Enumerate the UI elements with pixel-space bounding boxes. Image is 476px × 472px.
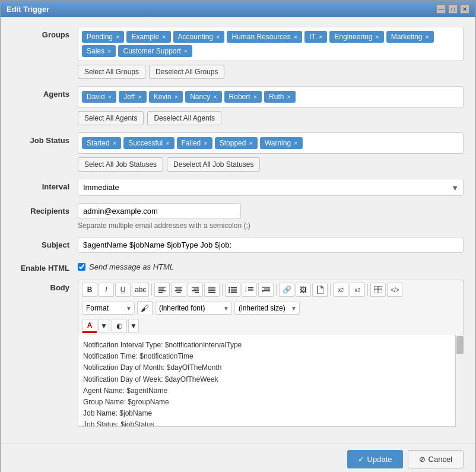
tag-robert[interactable]: Robert ×: [224, 91, 262, 103]
tag-warning[interactable]: Warning ×: [260, 137, 303, 149]
editor-area[interactable]: Notification Interval Type: $notificatio…: [78, 335, 464, 427]
tag-stopped[interactable]: Stopped ×: [215, 137, 258, 149]
tag-engineering[interactable]: Engineering ×: [329, 31, 384, 43]
toolbar-bullets-button[interactable]: [225, 283, 240, 297]
tag-failed[interactable]: Failed ×: [177, 137, 212, 149]
body-line-4: Notification Day of Week: $dayOfTheWeek: [83, 374, 458, 385]
toolbar-highlight-button[interactable]: ◐: [112, 319, 127, 333]
toolbar-numbering-button[interactable]: 1.2.: [242, 283, 257, 297]
toolbar-underline-button[interactable]: U: [115, 283, 131, 297]
tag-sales-remove[interactable]: ×: [107, 47, 111, 55]
tag-accounting-remove[interactable]: ×: [216, 33, 220, 40]
tag-warning-remove[interactable]: ×: [294, 140, 297, 147]
deselect-all-job-statuses-button[interactable]: Deselect All Job Statuses: [167, 157, 260, 172]
tag-accounting[interactable]: Accounting ×: [173, 31, 225, 43]
tag-ruth-remove[interactable]: ×: [287, 93, 290, 100]
cancel-button[interactable]: ⊘ Cancel: [408, 450, 464, 468]
interval-label: Interval: [12, 179, 78, 191]
editor-scrollbar[interactable]: [455, 335, 464, 427]
tag-david-remove[interactable]: ×: [108, 93, 112, 100]
title-bar: Edit Trigger — □ ✕: [1, 1, 475, 17]
toolbar-bold-button[interactable]: B: [82, 283, 97, 297]
toolbar-highlight-dropdown[interactable]: ▼: [128, 319, 139, 333]
recipients-input[interactable]: [78, 203, 241, 219]
tag-started[interactable]: Started ×: [82, 137, 121, 149]
tag-pending[interactable]: Pending ×: [82, 31, 124, 43]
tag-ruth[interactable]: Ruth ×: [264, 91, 296, 103]
toolbar-align-justify-button[interactable]: [204, 283, 220, 297]
enable-html-label: Enable HTML: [12, 260, 78, 273]
tag-human-resources-remove[interactable]: ×: [294, 33, 297, 40]
body-row: Body B I U abc: [12, 280, 464, 427]
toolbar-table-button[interactable]: [370, 283, 386, 297]
scrollbar-thumb[interactable]: [456, 336, 464, 354]
select-all-job-statuses-button[interactable]: Select All Job Statuses: [78, 157, 163, 172]
subject-input[interactable]: [78, 237, 464, 253]
toolbar-subscript-button[interactable]: x2: [333, 283, 348, 297]
toolbar-strikethrough-button[interactable]: abc: [132, 283, 149, 297]
tag-jeff[interactable]: Jeff ×: [119, 91, 147, 103]
tag-example-label: Example: [131, 33, 159, 41]
tag-david[interactable]: David ×: [82, 91, 116, 103]
size-select[interactable]: (inherited size) 8pt 10pt 12pt: [234, 302, 300, 315]
tag-kevin[interactable]: Kevin ×: [149, 91, 183, 103]
toolbar-indent-button[interactable]: [258, 283, 274, 297]
update-button[interactable]: ✓ Update: [347, 450, 403, 468]
select-all-agents-button[interactable]: Select All Agents: [78, 111, 144, 125]
agents-label: Agents: [12, 86, 78, 99]
enable-html-checkbox[interactable]: [78, 263, 85, 271]
tag-successful[interactable]: Successful ×: [123, 137, 174, 149]
toolbar-italic-button[interactable]: I: [99, 283, 114, 297]
tag-customer-support[interactable]: Customer Support ×: [118, 45, 192, 57]
interval-select[interactable]: Immediate Daily Weekly Monthly: [78, 179, 464, 196]
maximize-button[interactable]: □: [448, 4, 458, 14]
tag-example-remove[interactable]: ×: [162, 33, 166, 40]
enable-html-checkbox-label: Send message as HTML: [89, 262, 174, 271]
tag-engineering-label: Engineering: [334, 33, 372, 41]
toolbar-align-right-button[interactable]: [188, 283, 203, 297]
format-select[interactable]: Format Paragraph Heading 1 Heading 2: [82, 302, 135, 315]
deselect-all-agents-button[interactable]: Deselect All Agents: [147, 111, 221, 125]
tag-marketing[interactable]: Marketing ×: [386, 31, 434, 43]
tag-engineering-remove[interactable]: ×: [375, 33, 379, 40]
toolbar-source-button[interactable]: </>: [387, 283, 402, 297]
tag-sales[interactable]: Sales ×: [82, 45, 116, 57]
tag-successful-remove[interactable]: ×: [166, 140, 169, 147]
toolbar-align-left-button[interactable]: [154, 283, 170, 297]
toolbar-text-color-button[interactable]: A: [82, 319, 97, 333]
tag-customer-support-remove[interactable]: ×: [184, 47, 188, 55]
tag-pending-remove[interactable]: ×: [116, 33, 119, 40]
tag-pending-label: Pending: [87, 33, 113, 41]
subject-row: Subject: [12, 237, 464, 253]
tag-nancy-remove[interactable]: ×: [213, 93, 217, 100]
font-select[interactable]: (inherited font) Arial Times New Roman: [155, 302, 232, 315]
svg-rect-10: [192, 290, 199, 292]
tag-it[interactable]: IT ×: [304, 31, 327, 43]
close-button[interactable]: ✕: [460, 4, 469, 14]
tag-human-resources[interactable]: Human Resources ×: [227, 31, 302, 43]
toolbar-align-center-button[interactable]: [171, 283, 186, 297]
tag-failed-remove[interactable]: ×: [204, 140, 207, 147]
tag-robert-remove[interactable]: ×: [253, 93, 257, 100]
tag-example[interactable]: Example ×: [126, 31, 170, 43]
toolbar-text-color-dropdown[interactable]: ▼: [99, 319, 109, 333]
tag-it-remove[interactable]: ×: [319, 33, 322, 40]
tag-marketing-remove[interactable]: ×: [426, 33, 429, 40]
groups-content: Pending × Example × Accounting × Human R…: [78, 27, 464, 79]
toolbar-file-button[interactable]: [312, 283, 328, 297]
toolbar-image-button[interactable]: 🖼: [296, 283, 311, 297]
svg-rect-21: [231, 292, 237, 293]
agents-content: David × Jeff × Kevin × Nancy ×: [78, 86, 464, 125]
tag-kevin-remove[interactable]: ×: [174, 93, 178, 100]
toolbar-clearformat-button[interactable]: 🖌: [137, 301, 153, 315]
deselect-all-groups-button[interactable]: Deselect All Groups: [149, 65, 224, 79]
tag-stopped-remove[interactable]: ×: [249, 140, 252, 147]
select-all-groups-button[interactable]: Select All Groups: [78, 65, 145, 79]
minimize-button[interactable]: —: [436, 4, 446, 14]
tag-jeff-remove[interactable]: ×: [138, 93, 141, 100]
tag-ruth-label: Ruth: [269, 93, 284, 101]
toolbar-superscript-button[interactable]: x2: [350, 283, 365, 297]
toolbar-link-button[interactable]: 🔗: [279, 283, 294, 297]
tag-started-remove[interactable]: ×: [113, 140, 116, 147]
tag-nancy[interactable]: Nancy ×: [185, 91, 221, 103]
